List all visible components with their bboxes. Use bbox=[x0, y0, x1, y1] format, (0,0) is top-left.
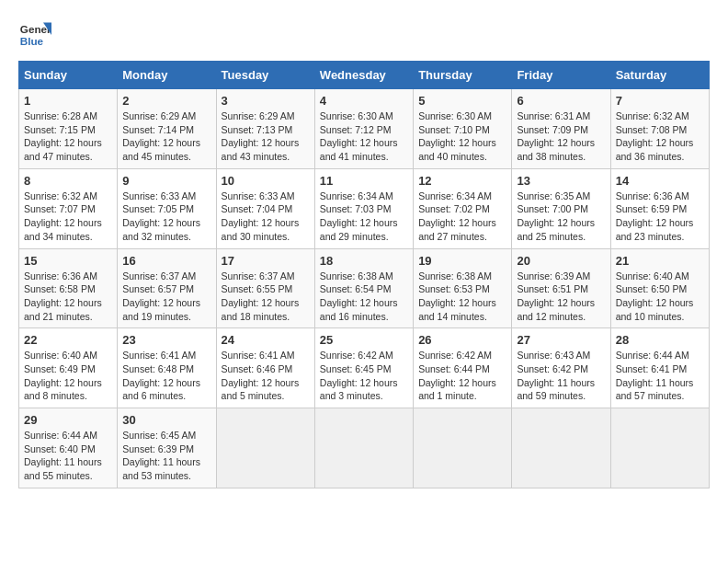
calendar-cell: 27 Sunrise: 6:43 AMSunset: 6:42 PMDaylig… bbox=[512, 328, 610, 408]
calendar-week-row: 8 Sunrise: 6:32 AMSunset: 7:07 PMDayligh… bbox=[19, 168, 710, 248]
day-number: 8 bbox=[24, 174, 112, 188]
calendar-cell: 30 Sunrise: 6:45 AMSunset: 6:39 PMDaylig… bbox=[118, 408, 216, 488]
day-number: 26 bbox=[418, 333, 506, 347]
day-number: 27 bbox=[517, 333, 605, 347]
calendar-table: SundayMondayTuesdayWednesdayThursdayFrid… bbox=[18, 61, 710, 488]
page-header: General Blue bbox=[18, 18, 710, 52]
day-number: 13 bbox=[517, 174, 605, 188]
day-info: Sunrise: 6:38 AMSunset: 6:54 PMDaylight:… bbox=[320, 270, 398, 322]
calendar-cell: 28 Sunrise: 6:44 AMSunset: 6:41 PMDaylig… bbox=[610, 328, 709, 408]
day-number: 21 bbox=[616, 254, 704, 268]
day-info: Sunrise: 6:30 AMSunset: 7:10 PMDaylight:… bbox=[418, 110, 496, 162]
calendar-week-row: 15 Sunrise: 6:36 AMSunset: 6:58 PMDaylig… bbox=[19, 248, 710, 328]
calendar-cell: 17 Sunrise: 6:37 AMSunset: 6:55 PMDaylig… bbox=[216, 248, 314, 328]
day-number: 23 bbox=[122, 333, 210, 347]
weekday-header: Monday bbox=[118, 62, 216, 89]
day-number: 29 bbox=[24, 413, 112, 427]
day-info: Sunrise: 6:37 AMSunset: 6:55 PMDaylight:… bbox=[222, 270, 300, 322]
logo: General Blue bbox=[18, 18, 51, 52]
calendar-cell bbox=[414, 408, 512, 488]
weekday-header: Thursday bbox=[414, 62, 512, 89]
day-number: 11 bbox=[320, 174, 408, 188]
day-info: Sunrise: 6:38 AMSunset: 6:53 PMDaylight:… bbox=[418, 270, 496, 322]
calendar-cell: 29 Sunrise: 6:44 AMSunset: 6:40 PMDaylig… bbox=[19, 408, 118, 488]
logo-icon: General Blue bbox=[18, 18, 51, 52]
day-info: Sunrise: 6:43 AMSunset: 6:42 PMDaylight:… bbox=[517, 350, 595, 401]
day-info: Sunrise: 6:34 AMSunset: 7:02 PMDaylight:… bbox=[418, 190, 496, 242]
weekday-header: Wednesday bbox=[314, 62, 413, 89]
day-info: Sunrise: 6:41 AMSunset: 6:48 PMDaylight:… bbox=[122, 350, 200, 401]
calendar-cell: 26 Sunrise: 6:42 AMSunset: 6:44 PMDaylig… bbox=[414, 328, 512, 408]
calendar-cell: 18 Sunrise: 6:38 AMSunset: 6:54 PMDaylig… bbox=[314, 248, 413, 328]
calendar-week-row: 22 Sunrise: 6:40 AMSunset: 6:49 PMDaylig… bbox=[19, 328, 710, 408]
day-number: 22 bbox=[24, 333, 112, 347]
calendar-cell: 23 Sunrise: 6:41 AMSunset: 6:48 PMDaylig… bbox=[118, 328, 216, 408]
calendar-cell: 14 Sunrise: 6:36 AMSunset: 6:59 PMDaylig… bbox=[610, 168, 709, 248]
day-info: Sunrise: 6:44 AMSunset: 6:41 PMDaylight:… bbox=[616, 350, 694, 401]
day-info: Sunrise: 6:45 AMSunset: 6:39 PMDaylight:… bbox=[122, 430, 200, 481]
day-number: 9 bbox=[122, 174, 210, 188]
day-number: 4 bbox=[320, 94, 408, 108]
day-number: 17 bbox=[222, 254, 310, 268]
calendar-cell: 3 Sunrise: 6:29 AMSunset: 7:13 PMDayligh… bbox=[216, 89, 314, 169]
day-number: 10 bbox=[222, 174, 310, 188]
weekday-header: Friday bbox=[512, 62, 610, 89]
calendar-cell: 7 Sunrise: 6:32 AMSunset: 7:08 PMDayligh… bbox=[610, 89, 709, 169]
day-number: 15 bbox=[24, 254, 112, 268]
calendar-cell: 19 Sunrise: 6:38 AMSunset: 6:53 PMDaylig… bbox=[414, 248, 512, 328]
day-info: Sunrise: 6:29 AMSunset: 7:13 PMDaylight:… bbox=[222, 110, 300, 162]
day-info: Sunrise: 6:32 AMSunset: 7:08 PMDaylight:… bbox=[616, 110, 694, 162]
day-number: 1 bbox=[24, 94, 112, 108]
day-info: Sunrise: 6:33 AMSunset: 7:04 PMDaylight:… bbox=[222, 190, 300, 242]
day-info: Sunrise: 6:37 AMSunset: 6:57 PMDaylight:… bbox=[122, 270, 200, 322]
day-info: Sunrise: 6:42 AMSunset: 6:44 PMDaylight:… bbox=[418, 350, 496, 401]
day-info: Sunrise: 6:44 AMSunset: 6:40 PMDaylight:… bbox=[24, 430, 102, 481]
calendar-cell: 11 Sunrise: 6:34 AMSunset: 7:03 PMDaylig… bbox=[314, 168, 413, 248]
calendar-cell: 5 Sunrise: 6:30 AMSunset: 7:10 PMDayligh… bbox=[414, 89, 512, 169]
calendar-cell: 16 Sunrise: 6:37 AMSunset: 6:57 PMDaylig… bbox=[118, 248, 216, 328]
calendar-cell: 9 Sunrise: 6:33 AMSunset: 7:05 PMDayligh… bbox=[118, 168, 216, 248]
day-info: Sunrise: 6:36 AMSunset: 6:58 PMDaylight:… bbox=[24, 270, 102, 322]
calendar-cell: 13 Sunrise: 6:35 AMSunset: 7:00 PMDaylig… bbox=[512, 168, 610, 248]
day-number: 24 bbox=[222, 333, 310, 347]
calendar-cell: 25 Sunrise: 6:42 AMSunset: 6:45 PMDaylig… bbox=[314, 328, 413, 408]
calendar-cell bbox=[512, 408, 610, 488]
day-info: Sunrise: 6:41 AMSunset: 6:46 PMDaylight:… bbox=[222, 350, 300, 401]
calendar-cell bbox=[610, 408, 709, 488]
day-info: Sunrise: 6:28 AMSunset: 7:15 PMDaylight:… bbox=[24, 110, 102, 162]
day-info: Sunrise: 6:29 AMSunset: 7:14 PMDaylight:… bbox=[122, 110, 200, 162]
calendar-cell: 1 Sunrise: 6:28 AMSunset: 7:15 PMDayligh… bbox=[19, 89, 118, 169]
day-number: 7 bbox=[616, 94, 704, 108]
calendar-cell: 20 Sunrise: 6:39 AMSunset: 6:51 PMDaylig… bbox=[512, 248, 610, 328]
calendar-cell: 21 Sunrise: 6:40 AMSunset: 6:50 PMDaylig… bbox=[610, 248, 709, 328]
calendar-cell bbox=[216, 408, 314, 488]
calendar-cell: 22 Sunrise: 6:40 AMSunset: 6:49 PMDaylig… bbox=[19, 328, 118, 408]
day-number: 19 bbox=[418, 254, 506, 268]
day-info: Sunrise: 6:40 AMSunset: 6:49 PMDaylight:… bbox=[24, 350, 102, 401]
calendar-cell: 12 Sunrise: 6:34 AMSunset: 7:02 PMDaylig… bbox=[414, 168, 512, 248]
day-number: 25 bbox=[320, 333, 408, 347]
day-info: Sunrise: 6:42 AMSunset: 6:45 PMDaylight:… bbox=[320, 350, 398, 401]
day-info: Sunrise: 6:36 AMSunset: 6:59 PMDaylight:… bbox=[616, 190, 694, 242]
calendar-cell bbox=[314, 408, 413, 488]
calendar-week-row: 29 Sunrise: 6:44 AMSunset: 6:40 PMDaylig… bbox=[19, 408, 710, 488]
day-info: Sunrise: 6:35 AMSunset: 7:00 PMDaylight:… bbox=[517, 190, 595, 242]
day-number: 6 bbox=[517, 94, 605, 108]
calendar-cell: 15 Sunrise: 6:36 AMSunset: 6:58 PMDaylig… bbox=[19, 248, 118, 328]
calendar-cell: 8 Sunrise: 6:32 AMSunset: 7:07 PMDayligh… bbox=[19, 168, 118, 248]
day-info: Sunrise: 6:33 AMSunset: 7:05 PMDaylight:… bbox=[122, 190, 200, 242]
weekday-header: Sunday bbox=[19, 62, 118, 89]
day-info: Sunrise: 6:32 AMSunset: 7:07 PMDaylight:… bbox=[24, 190, 102, 242]
calendar-cell: 2 Sunrise: 6:29 AMSunset: 7:14 PMDayligh… bbox=[118, 89, 216, 169]
day-number: 2 bbox=[122, 94, 210, 108]
svg-text:Blue: Blue bbox=[20, 35, 44, 47]
day-info: Sunrise: 6:40 AMSunset: 6:50 PMDaylight:… bbox=[616, 270, 694, 322]
day-info: Sunrise: 6:31 AMSunset: 7:09 PMDaylight:… bbox=[517, 110, 595, 162]
day-info: Sunrise: 6:30 AMSunset: 7:12 PMDaylight:… bbox=[320, 110, 398, 162]
day-number: 3 bbox=[222, 94, 310, 108]
day-number: 30 bbox=[122, 413, 210, 427]
day-number: 12 bbox=[418, 174, 506, 188]
calendar-cell: 6 Sunrise: 6:31 AMSunset: 7:09 PMDayligh… bbox=[512, 89, 610, 169]
calendar-cell: 4 Sunrise: 6:30 AMSunset: 7:12 PMDayligh… bbox=[314, 89, 413, 169]
weekday-header: Tuesday bbox=[216, 62, 314, 89]
